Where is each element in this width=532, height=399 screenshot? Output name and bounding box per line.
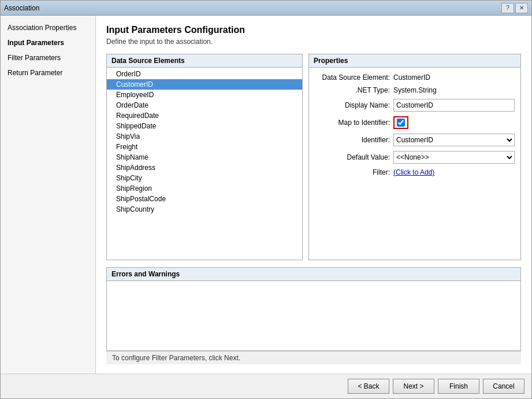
next-button[interactable]: Next > <box>393 379 434 394</box>
list-item[interactable]: OrderID <box>107 69 302 79</box>
help-button[interactable]: ? <box>501 3 514 13</box>
button-bar: < Back Next > Finish Cancel <box>1 374 531 398</box>
page-title: Input Parameters Configuration <box>106 25 521 35</box>
sidebar-item-association-properties[interactable]: Association Properties <box>1 20 95 35</box>
list-item[interactable]: ShipAddress <box>107 162 302 173</box>
list-item[interactable]: EmployeeID <box>107 90 302 100</box>
map-to-identifier-checkbox-wrapper <box>393 116 408 129</box>
prop-value-data-source-element: CustomerID <box>393 73 430 82</box>
prop-row-display-name: Display Name: <box>315 99 515 112</box>
two-panels: Data Source Elements OrderID CustomerID … <box>106 54 521 260</box>
list-item[interactable]: RequiredDate <box>107 110 302 121</box>
prop-row-net-type: .NET Type: System.String <box>315 86 515 94</box>
list-item[interactable]: ShipRegion <box>107 183 302 194</box>
sidebar: Association Properties Input Parameters … <box>1 16 96 374</box>
prop-label-map-to-identifier: Map to Identifier: <box>315 119 390 127</box>
display-name-input[interactable] <box>393 99 515 112</box>
page-subtitle: Define the input to the association. <box>106 38 521 46</box>
prop-row-filter: Filter: (Click to Add) <box>315 168 515 176</box>
data-source-list[interactable]: OrderID CustomerID EmployeeID OrderDate … <box>107 68 302 260</box>
data-source-panel: Data Source Elements OrderID CustomerID … <box>106 54 303 260</box>
default-value-select-wrapper: <<None>> <box>393 151 515 164</box>
list-item[interactable]: ShippedDate <box>107 121 302 131</box>
properties-body: Data Source Element: CustomerID .NET Typ… <box>309 68 520 182</box>
data-source-header: Data Source Elements <box>107 54 302 68</box>
identifier-select[interactable]: CustomerID <box>393 134 515 146</box>
list-item[interactable]: Freight <box>107 142 302 152</box>
list-item-selected[interactable]: CustomerID <box>107 79 302 90</box>
title-bar: Association ? ✕ <box>1 1 531 16</box>
sidebar-item-return-parameter[interactable]: Return Parameter <box>1 65 95 80</box>
prop-row-default-value: Default Value: <<None>> <box>315 151 515 164</box>
filter-add-link[interactable]: (Click to Add) <box>393 168 434 176</box>
finish-button[interactable]: Finish <box>438 379 479 394</box>
errors-section: Errors and Warnings <box>106 267 521 351</box>
errors-header: Errors and Warnings <box>107 268 520 281</box>
identifier-select-wrapper: CustomerID <box>393 134 515 146</box>
prop-row-data-source-element: Data Source Element: CustomerID <box>315 73 515 82</box>
main-content: Input Parameters Configuration Define th… <box>96 16 531 374</box>
status-bar: To configure Filter Parameters, click Ne… <box>106 351 521 364</box>
list-item[interactable]: OrderDate <box>107 100 302 110</box>
errors-body <box>107 281 520 350</box>
cancel-button[interactable]: Cancel <box>483 379 524 394</box>
window-title: Association <box>4 4 39 12</box>
prop-value-net-type: System.String <box>393 86 437 94</box>
main-window: Association ? ✕ Association Properties I… <box>0 0 532 399</box>
window-content: Association Properties Input Parameters … <box>1 16 531 374</box>
properties-panel: Properties Data Source Element: Customer… <box>308 54 521 260</box>
list-item[interactable]: ShipCountry <box>107 204 302 215</box>
list-item[interactable]: ShipName <box>107 152 302 162</box>
prop-label-net-type: .NET Type: <box>315 86 390 94</box>
default-value-select[interactable]: <<None>> <box>393 151 515 164</box>
prop-label-data-source-element: Data Source Element: <box>315 73 390 82</box>
list-item[interactable]: ShipCity <box>107 173 302 183</box>
prop-row-identifier: Identifier: CustomerID <box>315 134 515 146</box>
back-button[interactable]: < Back <box>348 379 389 394</box>
prop-label-filter: Filter: <box>315 168 390 176</box>
list-item[interactable]: ShipVia <box>107 131 302 142</box>
prop-row-map-to-identifier: Map to Identifier: <box>315 116 515 129</box>
sidebar-item-input-parameters[interactable]: Input Parameters <box>1 35 95 50</box>
title-bar-buttons: ? ✕ <box>501 3 528 13</box>
list-item[interactable]: ShipPostalCode <box>107 194 302 204</box>
prop-label-identifier: Identifier: <box>315 136 390 144</box>
prop-label-display-name: Display Name: <box>315 101 390 109</box>
sidebar-item-filter-parameters[interactable]: Filter Parameters <box>1 50 95 65</box>
close-button[interactable]: ✕ <box>515 3 528 13</box>
properties-header: Properties <box>309 54 520 68</box>
map-to-identifier-checkbox[interactable] <box>397 119 405 127</box>
prop-label-default-value: Default Value: <box>315 153 390 161</box>
